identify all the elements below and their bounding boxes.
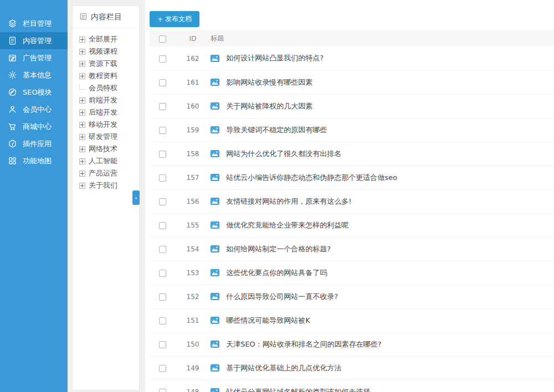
tree-item-video-courses[interactable]: 视频课程 (79, 45, 139, 58)
sidebar-item-function-map[interactable]: 功能地图 (0, 152, 68, 169)
expand-plus-icon[interactable] (79, 146, 85, 152)
sidebar-item-label: 内容管理 (23, 36, 52, 46)
expand-plus-icon[interactable] (79, 97, 85, 104)
tree-item-mobile-dev[interactable]: 移动开发 (79, 118, 139, 131)
tree-item-network-tech[interactable]: 网络技术 (79, 143, 139, 155)
expand-plus-icon[interactable] (79, 183, 85, 189)
row-checkbox[interactable] (159, 198, 166, 205)
table-row: 161 影响网站收录慢有哪些因素 (150, 70, 554, 94)
row-title-link[interactable]: 导致关键词不稳定的原因有哪些 (226, 126, 327, 134)
table-row: 153 这些优化要点你的网站具备了吗 (150, 261, 554, 285)
publish-document-button[interactable]: + 发布文档 (150, 11, 199, 27)
expand-plus-icon[interactable] (79, 37, 85, 43)
grid-icon (8, 156, 17, 166)
tree-item-rd-management[interactable]: 研发管理 (79, 131, 139, 143)
image-icon (211, 293, 219, 300)
expand-plus-icon[interactable] (79, 73, 85, 79)
row-title-link[interactable]: 影响网站收录慢有哪些因素 (226, 78, 312, 86)
table-row: 162 如何设计网站凸显我们的特点? (150, 47, 554, 70)
image-icon (211, 126, 219, 133)
tree-item-label: 产品运营 (89, 168, 117, 178)
row-checkbox[interactable] (159, 55, 166, 63)
sidebar-item-member-center[interactable]: 会员中心 (0, 101, 68, 118)
tree-item-product-operations[interactable]: 产品运营 (79, 167, 139, 179)
row-checkbox[interactable] (159, 79, 166, 86)
image-icon (211, 150, 219, 157)
layers-icon (8, 19, 17, 28)
tree-item-label: 教程资料 (89, 71, 117, 81)
tree-item-label: 视频课程 (89, 47, 117, 56)
tree-item-about-us[interactable]: 关于我们 (79, 179, 139, 192)
image-icon (211, 317, 219, 324)
table-row: 150 天津SEO：网站收录和排名之间的因素存在哪些? (150, 332, 554, 356)
expand-plus-icon[interactable] (79, 134, 85, 140)
collapse-panel-button[interactable]: ‹ (132, 190, 140, 205)
row-checkbox[interactable] (159, 151, 166, 158)
row-checkbox[interactable] (159, 341, 166, 348)
tree-item-tutorial-materials[interactable]: 教程资料 (79, 70, 139, 82)
row-checkbox[interactable] (159, 365, 166, 372)
row-checkbox[interactable] (159, 246, 166, 253)
tree-item-member-privileges[interactable]: 会员特权 (79, 82, 139, 94)
expand-plus-icon[interactable] (79, 171, 85, 177)
image-icon (211, 55, 219, 62)
row-checkbox[interactable] (159, 317, 166, 324)
expand-plus-icon[interactable] (79, 49, 85, 55)
tree-panel-title: 内容栏目 (91, 12, 122, 22)
tree-item-label: 研发管理 (89, 132, 117, 142)
row-checkbox[interactable] (159, 222, 166, 229)
row-title-link[interactable]: 如何设计网站凸显我们的特点? (226, 54, 324, 62)
row-checkbox[interactable] (159, 103, 166, 110)
row-id: 150 (187, 341, 199, 348)
seo-compass-icon (8, 87, 17, 97)
sidebar-item-seo-module[interactable]: SEO模块 (0, 84, 68, 101)
sidebar-item-label: 栏目管理 (23, 19, 52, 29)
expand-plus-icon[interactable] (79, 122, 85, 128)
row-checkbox[interactable] (159, 174, 166, 182)
row-title-link[interactable]: 关于网站被降权的几大因素 (226, 102, 312, 110)
tree-item-label: 关于我们 (89, 180, 117, 190)
row-title-link[interactable]: 站优云分享网站域名解析的类型该如何去选择 (226, 388, 370, 392)
tree-item-frontend-dev[interactable]: 前端开发 (79, 94, 139, 106)
tree-item-backend-dev[interactable]: 后端开发 (79, 106, 139, 118)
row-id: 155 (187, 221, 199, 229)
row-checkbox[interactable] (159, 127, 166, 134)
sidebar-item-plugin-apps[interactable]: 插件应用 (0, 135, 68, 152)
row-title-link[interactable]: 基于网站优化基础上的几点优化方法 (226, 364, 341, 372)
expand-plus-icon[interactable] (79, 110, 85, 116)
sidebar-item-label: 功能地图 (23, 156, 52, 166)
main-sidebar: 栏目管理 内容管理 广告管理 基本信息 SEO模块 会员中心 商城中心 插件应用… (0, 0, 68, 392)
sidebar-item-column-management[interactable]: 栏目管理 (0, 15, 68, 32)
tree-item-resource-downloads[interactable]: 资源下载 (79, 58, 139, 70)
row-title-link[interactable]: 哪些情况可能导致网站被K (226, 316, 310, 324)
row-title-link[interactable]: 站优云小编告诉你静态动态和伪静态那个更适合做seo (226, 173, 397, 182)
tree-item-label: 人工智能 (89, 156, 117, 166)
expand-plus-icon[interactable] (79, 61, 85, 67)
row-id: 151 (187, 317, 199, 324)
sidebar-item-mall-center[interactable]: 商城中心 (0, 118, 68, 135)
ad-box-icon (8, 53, 17, 63)
sidebar-item-ad-management[interactable]: 广告管理 (0, 49, 68, 66)
row-checkbox[interactable] (159, 389, 166, 392)
row-title-link[interactable]: 天津SEO：网站收录和排名之间的因素存在哪些? (226, 340, 382, 348)
row-title-link[interactable]: 做优化究竟能给企业带来怎样的利益呢 (226, 221, 348, 229)
row-title-link[interactable]: 如何给网站制定一个合格的标题? (226, 245, 331, 253)
tree-item-label: 会员特权 (89, 83, 117, 93)
select-all-checkbox[interactable] (159, 35, 166, 43)
table-row: 154 如何给网站制定一个合格的标题? (150, 237, 554, 261)
row-checkbox[interactable] (159, 293, 166, 301)
image-icon (211, 174, 219, 181)
sidebar-item-content-management[interactable]: 内容管理 (0, 32, 68, 49)
image-icon (211, 198, 219, 205)
expand-plus-icon[interactable] (79, 158, 85, 164)
row-title-link[interactable]: 什么原因导致公司网站一直不收录? (226, 292, 338, 301)
row-title-link[interactable]: 这些优化要点你的网站具备了吗 (226, 269, 327, 277)
row-title-link[interactable]: 友情链接对网站的作用，原来有这么多! (226, 197, 351, 205)
row-title-link[interactable]: 网站为什么优化了很久都没有出排名 (226, 149, 341, 158)
tree-item-expand-all[interactable]: 全部展开 (79, 33, 139, 45)
sidebar-menu: 栏目管理 内容管理 广告管理 基本信息 SEO模块 会员中心 商城中心 插件应用… (0, 15, 68, 169)
leaf-connector-icon (79, 84, 85, 90)
row-checkbox[interactable] (159, 270, 166, 277)
sidebar-item-basic-info[interactable]: 基本信息 (0, 66, 68, 84)
tree-item-ai[interactable]: 人工智能 (79, 155, 139, 167)
